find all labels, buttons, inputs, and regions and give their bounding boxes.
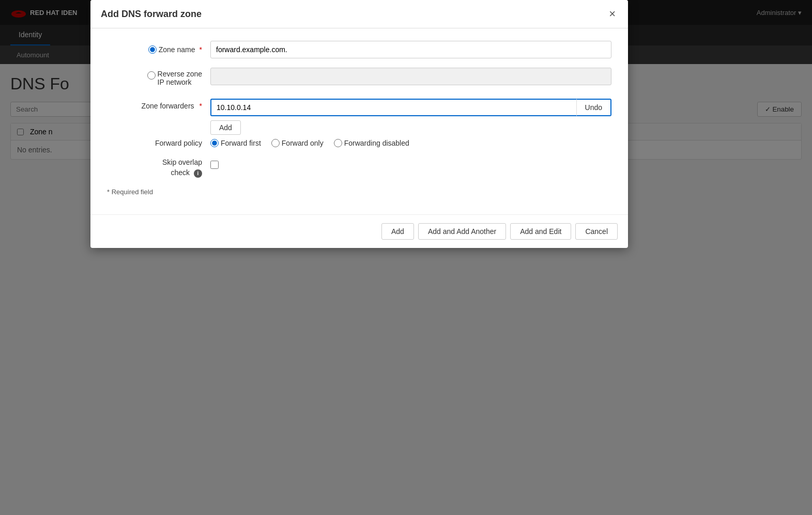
undo-button[interactable]: Undo xyxy=(576,99,611,116)
skip-overlap-line2: check xyxy=(171,168,190,177)
reverse-zone-input xyxy=(210,68,611,85)
zone-name-radio[interactable] xyxy=(148,45,157,54)
modal-body: Zone name * Reverse zone IP network xyxy=(90,28,628,214)
zone-name-radio-label[interactable]: Zone name * xyxy=(148,45,202,54)
reverse-zone-row: Reverse zone IP network xyxy=(107,67,611,86)
add-and-edit-button[interactable]: Add and Edit xyxy=(510,223,571,240)
skip-overlap-label-area: Skip overlap check i xyxy=(107,158,210,178)
modal-footer: Add Add and Add Another Add and Edit Can… xyxy=(90,214,628,248)
zone-name-label-area: Zone name * xyxy=(107,45,210,54)
modal-overlay: Add DNS forward zone × Zone name * xyxy=(0,0,812,515)
skip-overlap-row: Skip overlap check i xyxy=(107,158,611,178)
add-forwarder-button[interactable]: Add xyxy=(210,120,241,135)
policy-forwarding-disabled-label[interactable]: Forwarding disabled xyxy=(334,139,409,147)
reverse-zone-label-area: Reverse zone IP network xyxy=(107,67,210,86)
skip-overlap-checkbox[interactable] xyxy=(210,161,219,169)
cancel-button[interactable]: Cancel xyxy=(575,223,618,240)
skip-overlap-info-icon[interactable]: i xyxy=(194,169,202,178)
policy-forward-only-text: Forward only xyxy=(282,139,324,147)
skip-overlap-label-text: Skip overlap check i xyxy=(162,158,202,178)
zone-forwarders-row: Zone forwarders * Undo Add xyxy=(107,99,611,135)
zone-forwarders-input[interactable] xyxy=(210,99,576,116)
reverse-zone-label-line1: Reverse zone xyxy=(158,70,202,78)
modal-close-button[interactable]: × xyxy=(607,8,618,20)
policy-forward-only-label[interactable]: Forward only xyxy=(271,139,324,147)
zone-forwarders-required-star: * xyxy=(200,102,202,110)
policy-forwarding-disabled-radio[interactable] xyxy=(334,139,342,147)
policy-forwarding-disabled-text: Forwarding disabled xyxy=(344,139,409,147)
zone-forwarders-label: Zone forwarders xyxy=(142,102,194,110)
policy-forward-first-label[interactable]: Forward first xyxy=(210,139,261,147)
add-button[interactable]: Add xyxy=(381,223,414,240)
policy-forward-first-text: Forward first xyxy=(221,139,261,147)
policy-forward-first-radio[interactable] xyxy=(210,139,219,147)
policy-forward-only-radio[interactable] xyxy=(271,139,280,147)
skip-overlap-line1: Skip overlap xyxy=(162,158,202,166)
modal-title: Add DNS forward zone xyxy=(101,9,202,20)
zone-forwarders-label-area: Zone forwarders * xyxy=(107,99,210,110)
reverse-zone-label-line2: IP network xyxy=(158,78,192,86)
add-and-add-another-button[interactable]: Add and Add Another xyxy=(418,223,506,240)
required-field-note: * Required field xyxy=(107,188,611,196)
zone-name-input[interactable] xyxy=(210,41,611,58)
forwarder-input-group: Undo xyxy=(210,99,611,116)
forward-policy-label-area: Forward policy xyxy=(107,139,210,147)
forward-policy-label: Forward policy xyxy=(155,139,202,147)
reverse-zone-radio-label[interactable]: Reverse zone IP network xyxy=(147,69,202,86)
reverse-zone-radio[interactable] xyxy=(147,71,156,80)
modal-header: Add DNS forward zone × xyxy=(90,0,628,28)
forward-policy-row: Forward policy Forward first Forward onl… xyxy=(107,139,611,147)
zone-forwarders-input-area: Undo Add xyxy=(210,99,611,135)
policy-options: Forward first Forward only Forwarding di… xyxy=(210,139,611,147)
zone-name-row: Zone name * xyxy=(107,41,611,58)
zone-name-label-text: Zone name xyxy=(159,45,195,54)
add-dns-forward-zone-modal: Add DNS forward zone × Zone name * xyxy=(90,0,628,248)
zone-name-required-star: * xyxy=(200,45,202,54)
